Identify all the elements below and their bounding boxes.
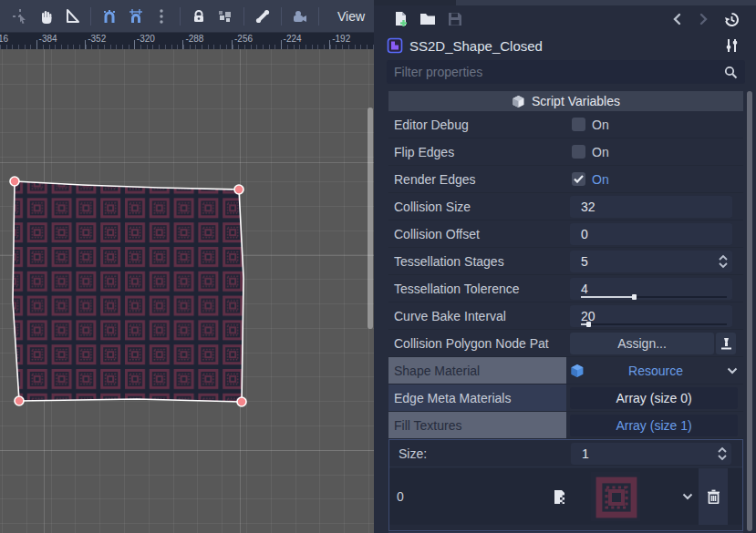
ruler-label: -352 xyxy=(88,34,106,44)
property-row-curve-bake-interval: Curve Bake Interval 20 xyxy=(388,302,743,330)
node-picker-icon xyxy=(720,337,732,350)
editor-debug-checkbox[interactable] xyxy=(572,118,585,131)
shape-polygon[interactable] xyxy=(13,181,243,402)
ruler-tool-button[interactable] xyxy=(61,5,83,28)
grid-snap-icon xyxy=(128,8,144,25)
snap-options-icon xyxy=(159,8,164,25)
render-edges-checkbox[interactable] xyxy=(572,172,585,186)
ruler-tool-icon xyxy=(64,8,80,25)
slider-track[interactable] xyxy=(581,296,727,298)
section-script-variables[interactable]: Script Variables xyxy=(388,91,743,111)
ruler-label: -416 xyxy=(0,34,8,44)
history-forward-button[interactable] xyxy=(690,7,718,31)
bone-button[interactable] xyxy=(252,5,274,28)
history-back-button[interactable] xyxy=(663,7,690,31)
lock-button[interactable] xyxy=(188,5,210,28)
delete-item-button[interactable] xyxy=(699,468,728,525)
array-item-row: 0 xyxy=(389,468,742,525)
ruler-label: -224 xyxy=(284,34,302,44)
inspector-vertical-scrollbar[interactable] xyxy=(747,91,752,531)
array-size-row: Size: 1 xyxy=(389,440,742,467)
curve-bake-interval-slider[interactable]: 20 xyxy=(570,305,732,327)
inspector-properties: Script Variables Editor Debug On Flip Ed… xyxy=(387,87,745,533)
filter-properties-box[interactable]: Filter properties xyxy=(387,60,745,84)
ruler-tick xyxy=(182,40,183,49)
chevron-left-icon xyxy=(671,13,682,26)
toolbar-separator xyxy=(180,7,181,26)
snap-options-button[interactable] xyxy=(150,5,172,28)
inspector-dock: SS2D_Shape_Closed Filter properties xyxy=(374,0,756,533)
search-icon xyxy=(724,66,738,79)
tessellation-stages-spinbox[interactable]: 5 xyxy=(570,251,732,272)
edit-history-button[interactable] xyxy=(718,7,745,31)
toolbar-separator xyxy=(281,7,282,26)
horizontal-ruler: -416-384-352-320-288-256-224-192 xyxy=(0,33,374,49)
pan-tool-button[interactable] xyxy=(35,5,57,28)
camera-override-icon xyxy=(292,8,308,25)
ruler-tick xyxy=(232,40,233,49)
canvas-toolbar: View xyxy=(0,0,374,33)
chevron-down-icon[interactable] xyxy=(682,493,693,500)
property-row-collision-polygon-node-path: Collision Polygon Node Pat Assign... xyxy=(388,330,743,357)
vertex-handle[interactable] xyxy=(237,397,246,406)
edited-object-row: SS2D_Shape_Closed xyxy=(387,35,745,56)
new-resource-button[interactable] xyxy=(387,7,414,31)
load-resource-button[interactable] xyxy=(414,7,441,31)
select-tool-icon xyxy=(12,8,28,25)
pick-node-button[interactable] xyxy=(716,333,736,354)
edited-object-name: SS2D_Shape_Closed xyxy=(409,38,718,54)
property-row-collision-size: Collision Size 32 xyxy=(388,193,743,220)
resource-cube-icon xyxy=(570,364,585,378)
property-row-collision-offset: Collision Offset 0 xyxy=(388,220,743,248)
edge-meta-materials-array-button[interactable]: Array (size 0) xyxy=(570,387,738,409)
array-size-spinbox[interactable]: 1 xyxy=(571,443,731,465)
save-icon xyxy=(448,12,462,26)
slider-grabber[interactable] xyxy=(632,294,637,300)
ruler-label: -192 xyxy=(332,34,350,44)
script-variables-icon xyxy=(512,95,525,108)
property-row-fill-textures: Fill Textures Array (size 1) xyxy=(388,412,743,439)
chevron-down-icon[interactable] xyxy=(727,367,738,374)
shape-svg xyxy=(0,49,374,533)
slider-grabber[interactable] xyxy=(586,322,591,327)
ruler-label: -320 xyxy=(137,34,155,44)
texture-preview[interactable] xyxy=(591,472,640,521)
view-menu-button[interactable]: View xyxy=(328,9,374,24)
toolbar-separator xyxy=(318,7,319,26)
camera-override-button[interactable] xyxy=(289,5,311,28)
assign-nodepath-button[interactable]: Assign... xyxy=(570,333,714,354)
grid-snap-button[interactable] xyxy=(124,5,146,28)
vertex-handle[interactable] xyxy=(15,396,24,405)
edit-resource-icon[interactable] xyxy=(552,489,567,505)
spinner-icon[interactable] xyxy=(717,446,728,462)
vertex-handle[interactable] xyxy=(234,185,243,194)
ruler-tick xyxy=(36,40,37,49)
smart-snap-icon xyxy=(101,8,118,25)
tessellation-tolerence-slider[interactable]: 4 xyxy=(570,278,732,300)
canvas-2d[interactable] xyxy=(0,49,374,533)
collision-offset-field[interactable]: 0 xyxy=(570,223,732,245)
pan-tool-icon xyxy=(38,8,55,25)
toolbar-separator xyxy=(243,7,244,26)
inspector-toolbar xyxy=(387,7,745,31)
group-button[interactable] xyxy=(213,5,235,28)
viewport-vertical-scrollbar[interactable] xyxy=(368,108,373,329)
select-tool-button[interactable] xyxy=(9,5,31,28)
fill-textures-array-editor: Size: 1 0 xyxy=(388,439,743,531)
vertex-handle[interactable] xyxy=(10,177,19,186)
collision-size-field[interactable]: 32 xyxy=(570,196,732,218)
fill-textures-array-button[interactable]: Array (size 1) xyxy=(570,415,738,436)
section-title: Script Variables xyxy=(532,94,620,108)
flip-edges-checkbox[interactable] xyxy=(572,145,585,159)
slider-track[interactable] xyxy=(581,323,727,325)
property-row-render-edges: Render Edges On xyxy=(388,166,743,193)
property-row-tessellation-stages: Tessellation Stages 5 xyxy=(388,248,743,275)
godot-editor: View -416-384-352-320-288-256-224-192 xyxy=(0,0,756,533)
smart-snap-button[interactable] xyxy=(98,5,120,28)
spinner-icon[interactable] xyxy=(718,253,729,270)
ruler-label: -288 xyxy=(185,34,203,44)
object-tools-button[interactable] xyxy=(718,34,745,57)
shape-material-resource[interactable]: Resource xyxy=(570,364,738,378)
ruler-tick xyxy=(134,40,135,49)
save-resource-button[interactable] xyxy=(441,7,469,31)
